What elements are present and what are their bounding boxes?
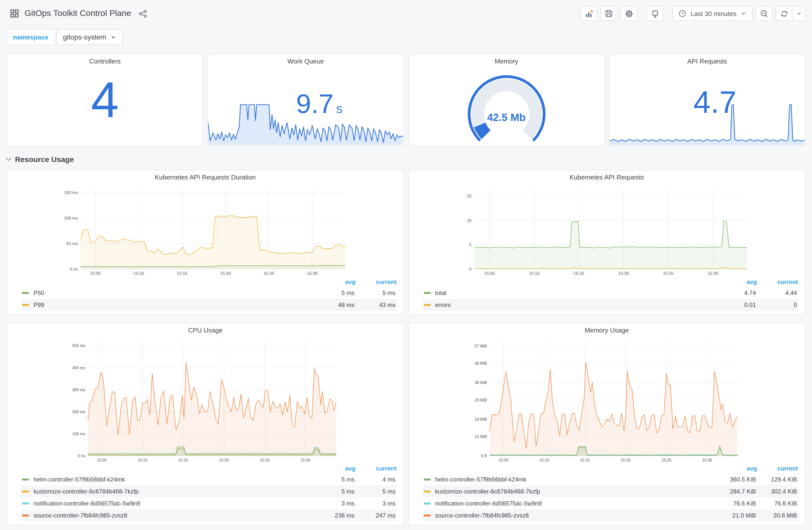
svg-text:15:05: 15:05 xyxy=(90,271,101,276)
svg-text:15:05: 15:05 xyxy=(484,271,495,276)
chevron-down-icon xyxy=(111,34,116,40)
gear-icon xyxy=(625,9,633,18)
legend-header-avg[interactable]: avg xyxy=(317,465,356,472)
svg-text:15:25: 15:25 xyxy=(264,271,274,276)
legend-series-label[interactable]: notification-controller-6d56575dc-5w9n9 xyxy=(33,500,317,507)
legend-row: notification-controller-6d56575dc-5w9n97… xyxy=(422,498,798,510)
legend-row: notification-controller-6d56575dc-5w9n93… xyxy=(21,498,396,510)
panel-title[interactable]: API Requests xyxy=(609,55,805,69)
legend-avg-value: 4.74 xyxy=(718,290,756,296)
submenu: namespace gitops-system xyxy=(6,29,812,45)
legend-header: avgcurrent xyxy=(422,277,798,287)
legend-current-value: 4.44 xyxy=(756,290,797,296)
legend-header-avg[interactable]: avg xyxy=(317,279,356,285)
cpu-usage-plot[interactable]: 15:0515:1015:1515:2015:2515:300 ns100 ms… xyxy=(7,338,404,463)
legend-header: avgcurrent xyxy=(422,463,798,473)
legend-header-current[interactable]: current xyxy=(356,465,396,472)
save-icon xyxy=(605,10,613,17)
legend-avg-value: 360.5 KiB xyxy=(718,476,756,483)
clock-icon xyxy=(678,10,686,17)
series-color-dash-icon xyxy=(423,479,431,481)
stat-value: 9.7s xyxy=(296,88,343,119)
legend-series-label[interactable]: source-controller-7fb84fc985-zvsz8 xyxy=(435,512,718,519)
svg-text:50 ms: 50 ms xyxy=(66,241,78,246)
cycle-view-mode-button[interactable] xyxy=(647,6,663,21)
memory-usage-plot[interactable]: 15:0515:1015:1515:2015:2515:300 B10 MiB1… xyxy=(408,338,805,463)
legend-header-avg[interactable]: avg xyxy=(719,279,757,285)
legend-header-current[interactable]: current xyxy=(757,465,798,472)
add-panel-button[interactable] xyxy=(580,6,597,21)
legend-row: P505 ms5 ms xyxy=(21,287,396,299)
legend-header-current[interactable]: current xyxy=(356,279,396,285)
svg-text:19 MiB: 19 MiB xyxy=(474,417,487,422)
time-range-picker[interactable]: Last 30 minutes xyxy=(672,6,752,21)
svg-text:57 MiB: 57 MiB xyxy=(474,344,487,348)
legend-row: kustomize-controller-6c6784b468-7kzfp5 m… xyxy=(21,486,396,498)
charts-row-2: CPU Usage 15:0515:1015:1515:2015:2515:30… xyxy=(6,323,806,526)
dashboard-settings-button[interactable] xyxy=(620,6,637,21)
legend-series-label[interactable]: kustomize-controller-6c6784b468-7kzfp xyxy=(33,488,317,495)
legend: avgcurrenttotal4.744.44errors0.010 xyxy=(408,277,805,314)
k8s-api-requests-plot[interactable]: 15:0515:1015:1515:2015:2515:30051015 xyxy=(408,185,805,277)
legend-series-label[interactable]: helm-controller-57f9b56bbf-k24mk xyxy=(435,476,718,483)
legend-current-value: 20.6 MiB xyxy=(756,512,797,519)
panel-title[interactable]: Controllers xyxy=(7,55,203,69)
section-resource-usage[interactable]: Resource Usage xyxy=(6,154,806,164)
legend-series-label[interactable]: P50 xyxy=(33,290,317,296)
svg-text:29 MiB: 29 MiB xyxy=(474,398,487,402)
zoom-out-button[interactable] xyxy=(755,6,772,21)
legend-series-label[interactable]: total xyxy=(435,290,718,296)
legend-series-label[interactable]: errors xyxy=(435,301,718,309)
legend-series-label[interactable]: notification-controller-6d56575dc-5w9n9 xyxy=(435,500,718,507)
legend-row: total4.744.44 xyxy=(422,287,798,299)
panel-api-requests: API Requests 4.7 xyxy=(609,54,806,146)
panel-k8s-api-requests: Kubernetes API Requests 15:0515:1015:151… xyxy=(408,170,806,315)
svg-text:400 ms: 400 ms xyxy=(72,366,85,370)
variable-label: namespace xyxy=(6,29,55,45)
panel-title[interactable]: Memory xyxy=(408,55,604,69)
apps-grid-icon xyxy=(10,9,19,18)
tv-monitor-icon xyxy=(651,9,659,18)
svg-text:100 ms: 100 ms xyxy=(64,216,78,221)
svg-text:100 ms: 100 ms xyxy=(72,432,85,436)
svg-text:15:25: 15:25 xyxy=(260,458,270,462)
svg-text:300 ms: 300 ms xyxy=(72,388,85,392)
legend-series-label[interactable]: P99 xyxy=(33,301,317,309)
legend-series-label[interactable]: kustomize-controller-6c6784b468-7kzfp xyxy=(435,488,718,495)
svg-text:0 ns: 0 ns xyxy=(78,454,85,458)
series-color-dash-icon xyxy=(423,502,431,504)
svg-text:15:20: 15:20 xyxy=(618,271,629,276)
save-dashboard-button[interactable] xyxy=(600,6,618,21)
panel-title[interactable]: Work Queue xyxy=(208,55,404,69)
panel-title[interactable]: Memory Usage xyxy=(408,324,805,338)
chevron-down-icon xyxy=(6,155,12,161)
panel-title[interactable]: CPU Usage xyxy=(7,324,404,338)
legend-header-current[interactable]: current xyxy=(757,279,798,285)
dashboard-header: GitOps Toolkit Control Plane xyxy=(0,0,812,23)
refresh-interval-dropdown[interactable] xyxy=(793,6,806,21)
legend-series-label[interactable]: helm-controller-57f9b56bbf-k24mk xyxy=(33,476,317,483)
svg-text:15:15: 15:15 xyxy=(177,271,187,276)
svg-text:15:15: 15:15 xyxy=(574,271,584,276)
share-icon[interactable] xyxy=(139,9,147,18)
variable-value-dropdown[interactable]: gitops-system xyxy=(57,29,123,45)
panel-title[interactable]: Kubernetes API Requests Duration xyxy=(7,171,404,185)
legend: avgcurrentP505 ms5 msP9948 ms43 ms xyxy=(7,277,404,314)
legend-row: P9948 ms43 ms xyxy=(21,299,396,311)
legend-series-label[interactable]: source-controller-7fb84fc985-zvsz8 xyxy=(33,512,317,519)
k8s-api-duration-plot[interactable]: 15:0515:1015:1515:2015:2515:300 ns50 ms1… xyxy=(7,185,404,277)
legend-avg-value: 236 ms xyxy=(317,512,354,519)
panel-title[interactable]: Kubernetes API Requests xyxy=(408,171,805,185)
series-color-dash-icon xyxy=(423,304,431,306)
svg-text:15:25: 15:25 xyxy=(661,458,671,462)
legend-header-avg[interactable]: avg xyxy=(719,465,757,472)
svg-text:38 MiB: 38 MiB xyxy=(474,381,487,385)
refresh-button-group xyxy=(775,6,806,21)
page-left-gutter xyxy=(0,7,4,530)
panel-memory-usage: Memory Usage 15:0515:1015:1515:2015:2515… xyxy=(408,323,806,526)
refresh-button[interactable] xyxy=(775,6,793,21)
add-panel-icon xyxy=(585,9,593,18)
dashboard-title: GitOps Toolkit Control Plane xyxy=(25,9,131,18)
svg-text:15:20: 15:20 xyxy=(620,458,630,462)
legend-row: errors0.010 xyxy=(422,299,798,311)
